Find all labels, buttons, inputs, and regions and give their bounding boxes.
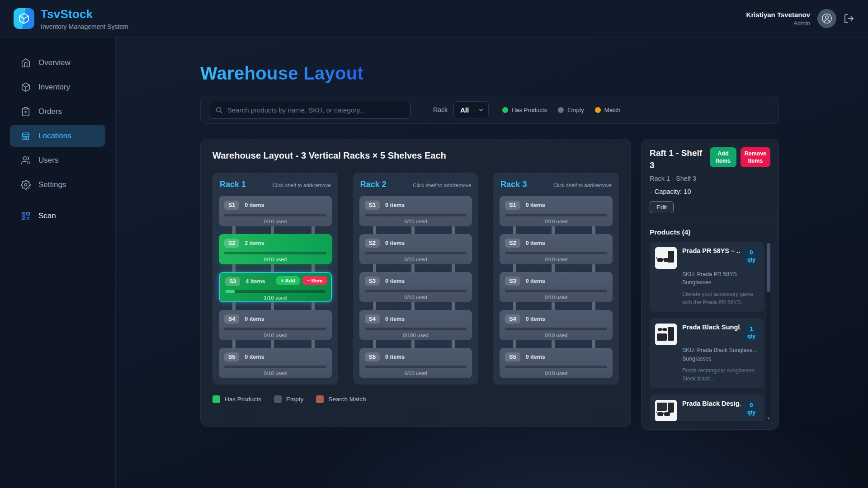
shelf-items: 0 items (385, 202, 405, 208)
scrollbar-down-arrow[interactable]: ▼ (766, 416, 770, 421)
shelf-used: 0/10 used (505, 219, 607, 224)
sidebar-item-locations[interactable]: Locations (10, 125, 105, 147)
remove-items-button[interactable]: Remove Items (741, 147, 770, 167)
product-title: Prada Black Desig... (682, 400, 741, 407)
shelf-used: 0/10 used (505, 257, 607, 262)
shelf-connector (359, 340, 472, 348)
rack-name: Rack 1 (220, 180, 246, 189)
empty-swatch (274, 395, 282, 403)
sidebar-item-label: Inventory (38, 83, 70, 92)
shelf-used: 0/10 used (505, 371, 607, 376)
rack-hint: Click shelf to add/remove (553, 183, 612, 188)
products-header: Products (4) (650, 228, 770, 236)
add-items-button[interactable]: Add Items (710, 147, 736, 167)
sidebar-item-inventory[interactable]: Inventory (10, 76, 105, 98)
avatar[interactable] (817, 9, 836, 28)
clipboard-icon (21, 107, 31, 117)
shelf-used: 0/10 used (365, 219, 467, 224)
shelf-r1-s4[interactable]: S40 items 0/10 used (219, 310, 332, 340)
bullet: · (650, 188, 652, 195)
shelf-badge: S4 (505, 314, 520, 324)
app-header: TsvStock Inventory Management System Kri… (0, 0, 868, 38)
search-input[interactable] (227, 106, 404, 114)
sidebar-item-overview[interactable]: Overview (10, 52, 105, 74)
scrollbar-thumb[interactable] (767, 243, 770, 292)
shelf-badge: S1 (505, 201, 520, 210)
sidebar: Overview Inventory Orders Locations User… (0, 38, 116, 488)
sidebar-item-settings[interactable]: Settings (10, 174, 105, 196)
shelf-used: 0/10 used (365, 371, 467, 376)
shelf-r2-s4[interactable]: S40 items 0/100 used (359, 310, 472, 340)
shelf-badge: S1 (224, 201, 239, 210)
rack-select-value: All (460, 106, 469, 114)
shelf-r3-s5[interactable]: S50 items 0/10 used (500, 348, 613, 378)
product-card[interactable]: Prada PR 58YS – ... 0qty SKU: Prada PR 5… (650, 242, 764, 312)
products-scrollbar[interactable]: ▼ (767, 242, 770, 421)
product-description: Prada rectangular sunglasses: Sleek blac… (682, 366, 759, 383)
rack-name: Rack 2 (360, 180, 387, 189)
capacity-value: Capacity: 10 (655, 188, 691, 195)
edit-button[interactable]: Edit (650, 201, 674, 213)
capacity-bar (224, 366, 326, 368)
product-card[interactable]: Prada Black Sungl... 1qty SKU: Prada Bla… (650, 318, 764, 388)
logout-button[interactable] (844, 13, 854, 24)
shelf-used: 0/10 used (224, 257, 326, 262)
search-box[interactable] (209, 101, 410, 119)
shelf-r3-s2[interactable]: S20 items 0/10 used (500, 234, 613, 264)
sidebar-item-users[interactable]: Users (10, 149, 105, 171)
shelf-items: 0 items (385, 278, 405, 284)
qty-badge: 0qty (744, 247, 759, 265)
shelf-r3-s1[interactable]: S10 items 0/10 used (500, 196, 613, 226)
shelf-badge: S5 (505, 352, 520, 361)
shelf-connector (219, 302, 332, 310)
shelf-items: 0 items (245, 316, 264, 322)
capacity-bar (365, 252, 467, 254)
rack-2: Rack 2 Click shelf to add/remove S10 ite… (353, 173, 479, 385)
shelf-r1-s3[interactable]: S34 items + Add − Rem 1/10 used (219, 272, 332, 302)
rack-select[interactable]: All (453, 101, 489, 118)
shelf-items: 0 items (385, 354, 405, 360)
layout-card-title: Warehouse Layout - 3 Vertical Racks × 5 … (212, 150, 619, 161)
filter-bar: Rack All Has Products Empty Match (200, 96, 779, 124)
shelf-badge: S2 (365, 239, 380, 248)
shelf-r1-s5[interactable]: S50 items 0/10 used (219, 348, 332, 378)
users-icon (21, 155, 31, 165)
shelf-remove-button[interactable]: − Rem (302, 276, 327, 285)
shelf-r2-s2[interactable]: S20 items 0/10 used (359, 234, 472, 264)
shelf-r3-s4[interactable]: S40 items 0/10 used (500, 310, 613, 340)
box-icon (21, 82, 31, 92)
shelf-used: 0/10 used (365, 295, 467, 300)
shelf-add-button[interactable]: + Add (276, 276, 300, 285)
shelf-items: 0 items (385, 316, 405, 322)
legend-label: Empty (567, 107, 584, 113)
product-title: Prada PR 58YS – ... (682, 247, 741, 254)
sidebar-item-label: Users (38, 156, 58, 165)
products-list: Prada PR 58YS – ... 0qty SKU: Prada PR 5… (650, 242, 770, 421)
shelf-r3-s3[interactable]: S30 items 0/10 used (500, 272, 613, 302)
rack-3: Rack 3 Click shelf to add/remove S10 ite… (493, 173, 619, 385)
sidebar-item-orders[interactable]: Orders (10, 100, 105, 122)
capacity-bar (224, 252, 326, 254)
match-dot (595, 107, 601, 113)
legend-label: Search Match (328, 396, 366, 403)
capacity-line: ·Capacity: 10 (650, 188, 770, 195)
gear-icon (21, 180, 31, 190)
shelf-badge: S5 (224, 352, 239, 361)
has-products-swatch (212, 395, 220, 403)
legend-label: Match (604, 107, 620, 113)
qty-badge: 1qty (744, 324, 759, 342)
shelf-badge: S3 (365, 277, 380, 286)
shelf-connector (219, 340, 332, 348)
shelf-r1-s2[interactable]: S22 items 0/10 used (219, 234, 332, 264)
shelf-badge: S2 (224, 239, 239, 248)
shelf-r2-s5[interactable]: S50 items 0/10 used (359, 348, 472, 378)
shelf-r2-s1[interactable]: S10 items 0/10 used (359, 196, 472, 226)
capacity-bar (505, 366, 607, 368)
shelf-items: 0 items (526, 240, 545, 246)
sidebar-item-scan[interactable]: Scan (10, 205, 105, 227)
shelf-r2-s3[interactable]: S30 items 0/10 used (359, 272, 472, 302)
capacity-bar (224, 214, 326, 216)
sidebar-item-label: Orders (38, 107, 62, 116)
product-card[interactable]: Prada Black Desig... 0qty SKU: Prada Bla… (650, 394, 764, 421)
shelf-r1-s1[interactable]: S10 items 0/10 used (219, 196, 332, 226)
